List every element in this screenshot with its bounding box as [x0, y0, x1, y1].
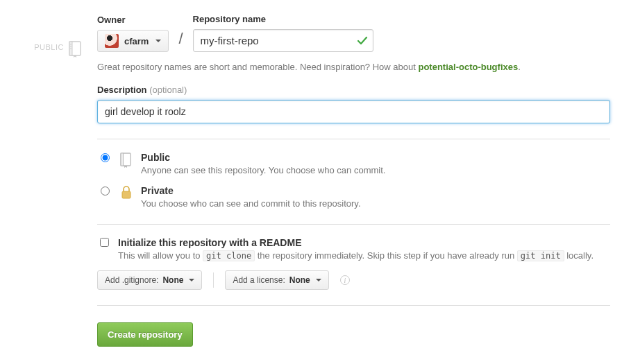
- lock-icon: [119, 185, 134, 200]
- chevron-down-icon: [189, 279, 194, 281]
- repo-name-input[interactable]: [193, 29, 373, 52]
- divider: [97, 305, 610, 306]
- description-label: Description: [97, 85, 147, 95]
- visibility-private-sub: You choose who can see and commit to thi…: [141, 198, 361, 209]
- owner-name: cfarm: [124, 36, 149, 46]
- visibility-private-radio[interactable]: [101, 187, 110, 196]
- description-input[interactable]: [97, 100, 610, 123]
- svg-rect-7: [122, 191, 131, 198]
- info-icon[interactable]: i: [340, 275, 350, 285]
- suggestion-link[interactable]: potential-octo-bugfixes: [418, 62, 518, 72]
- owner-select[interactable]: cfarm: [97, 30, 169, 52]
- divider-vertical: [213, 272, 214, 288]
- init-readme-checkbox[interactable]: [100, 238, 109, 247]
- svg-rect-6: [121, 153, 124, 166]
- divider: [97, 224, 610, 225]
- avatar: [105, 34, 119, 48]
- divider: [97, 139, 610, 139]
- init-readme-sub: This will allow you to git clone the rep…: [118, 250, 594, 261]
- path-separator: /: [177, 30, 184, 52]
- code-git-init: git init: [517, 250, 564, 261]
- init-readme-title: Initialize this repository with a README: [118, 237, 301, 248]
- name-hint: Great repository names are short and mem…: [97, 62, 610, 72]
- svg-point-4: [70, 48, 71, 49]
- license-select[interactable]: Add a license: None: [225, 270, 328, 290]
- visibility-public-sub: Anyone can see this repository. You choo…: [141, 165, 385, 175]
- svg-point-2: [70, 44, 71, 45]
- visibility-badge-label: PUBLIC: [34, 40, 64, 51]
- owner-label: Owner: [97, 15, 169, 25]
- repo-icon: [68, 40, 83, 58]
- visibility-private-title: Private: [141, 185, 174, 196]
- repo-public-icon: [119, 152, 134, 168]
- gitignore-select[interactable]: Add .gitignore: None: [97, 270, 202, 290]
- svg-point-3: [70, 46, 71, 47]
- description-optional: (optional): [149, 85, 187, 95]
- create-repository-button[interactable]: Create repository: [97, 322, 193, 347]
- repo-name-label: Repository name: [193, 14, 373, 24]
- check-icon: [357, 35, 368, 46]
- code-git-clone: git clone: [203, 250, 255, 261]
- visibility-public-title: Public: [141, 152, 170, 163]
- chevron-down-icon: [316, 279, 321, 281]
- visibility-public-radio[interactable]: [101, 153, 110, 162]
- chevron-down-icon: [155, 40, 161, 42]
